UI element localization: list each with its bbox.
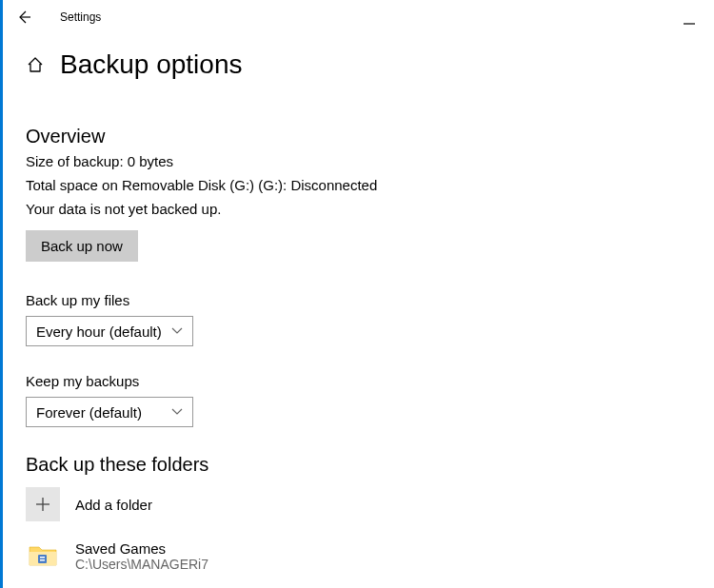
total-space-text: Total space on Removable Disk (G:) (G:):… <box>26 177 714 193</box>
frequency-label: Back up my files <box>26 292 714 308</box>
arrow-left-icon <box>16 10 31 25</box>
folders-heading: Back up these folders <box>26 454 714 476</box>
add-folder-button[interactable] <box>26 487 60 521</box>
frequency-selected-value: Every hour (default) <box>36 323 162 340</box>
retention-label: Keep my backups <box>26 373 714 389</box>
backup-size-text: Size of backup: 0 bytes <box>26 153 714 169</box>
retention-dropdown[interactable]: Forever (default) <box>26 397 193 427</box>
svg-rect-4 <box>40 557 45 559</box>
frequency-dropdown[interactable]: Every hour (default) <box>26 316 193 346</box>
plus-icon <box>35 497 50 512</box>
retention-selected-value: Forever (default) <box>36 404 142 421</box>
folder-name: Saved Games <box>75 540 208 557</box>
minimize-icon <box>684 23 695 25</box>
back-button[interactable] <box>10 4 37 30</box>
home-icon[interactable] <box>26 55 45 74</box>
page-title: Backup options <box>60 49 242 80</box>
add-folder-label: Add a folder <box>75 497 152 513</box>
folder-icon <box>26 539 60 573</box>
svg-rect-5 <box>40 559 45 561</box>
minimize-button[interactable] <box>684 11 697 13</box>
overview-heading: Overview <box>26 126 714 147</box>
backup-now-button[interactable]: Back up now <box>26 230 138 262</box>
chevron-down-icon <box>171 408 183 416</box>
folder-item[interactable]: Saved Games C:\Users\MANAGERi7 <box>26 539 714 573</box>
chevron-down-icon <box>171 327 183 335</box>
folder-path: C:\Users\MANAGERi7 <box>75 557 208 572</box>
backup-status-text: Your data is not yet backed up. <box>26 201 714 217</box>
svg-rect-3 <box>38 555 47 563</box>
add-folder-row[interactable]: Add a folder <box>26 487 714 521</box>
window-title: Settings <box>60 10 101 24</box>
